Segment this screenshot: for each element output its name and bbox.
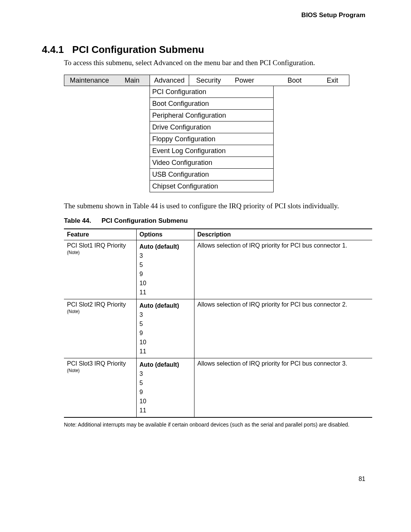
option-value: 9 bbox=[140, 329, 191, 338]
option-default: Auto (default) bbox=[140, 242, 191, 251]
submenu-item: Video Configuration bbox=[150, 157, 274, 169]
menu-security: Security bbox=[189, 75, 228, 86]
option-value: 5 bbox=[140, 260, 191, 270]
option-value: 3 bbox=[140, 251, 191, 260]
table-row: PCI Slot3 IRQ Priority (Note) Auto (defa… bbox=[64, 358, 372, 418]
feature-name: PCI Slot1 IRQ Priority bbox=[67, 242, 126, 249]
menu-advanced: Advanced bbox=[150, 75, 189, 86]
menu-main: Main bbox=[115, 75, 150, 86]
option-value: 10 bbox=[140, 279, 191, 288]
section-heading: 4.4.1 PCI Configuration Submenu bbox=[42, 44, 365, 56]
table-row: PCI Slot1 IRQ Priority (Note) Auto (defa… bbox=[64, 240, 372, 299]
menu-bar-table: Maintenance Main Advanced Security Power… bbox=[64, 75, 349, 192]
th-options: Options bbox=[136, 229, 194, 240]
after-menu-paragraph: The submenu shown in Table 44 is used to… bbox=[64, 202, 365, 210]
table-caption: Table 44. PCI Configuration Submenu bbox=[64, 217, 365, 225]
feature-name: PCI Slot3 IRQ Priority bbox=[67, 360, 126, 367]
submenu-item: Boot Configuration bbox=[150, 98, 274, 110]
option-value: 3 bbox=[140, 369, 191, 379]
option-default: Auto (default) bbox=[140, 360, 191, 369]
menu-maintenance: Maintenance bbox=[64, 75, 115, 86]
option-value: 9 bbox=[140, 270, 191, 279]
submenu-item: Drive Configuration bbox=[150, 121, 274, 133]
th-feature: Feature bbox=[64, 229, 136, 240]
submenu-item: PCI Configuration bbox=[150, 86, 274, 98]
submenu-item: Chipset Configuration bbox=[150, 181, 274, 192]
menu-boot: Boot bbox=[273, 75, 316, 86]
option-value: 11 bbox=[140, 288, 191, 297]
feature-note: (Note) bbox=[67, 368, 133, 373]
feature-description: Allows selection of IRQ priority for PCI… bbox=[194, 358, 372, 418]
option-value: 3 bbox=[140, 310, 191, 320]
running-header: BIOS Setup Program bbox=[46, 11, 365, 19]
section-title: PCI Configuration Submenu bbox=[72, 44, 204, 56]
option-value: 11 bbox=[140, 347, 191, 356]
option-default: Auto (default) bbox=[140, 301, 191, 310]
page-number: 81 bbox=[358, 476, 365, 482]
feature-note: (Note) bbox=[67, 250, 133, 255]
feature-note: (Note) bbox=[67, 309, 133, 314]
feature-description: Allows selection of IRQ priority for PCI… bbox=[194, 240, 372, 299]
submenu-item: USB Configuration bbox=[150, 169, 274, 181]
table-row: PCI Slot2 IRQ Priority (Note) Auto (defa… bbox=[64, 299, 372, 358]
spec-table: Feature Options Description PCI Slot1 IR… bbox=[64, 228, 372, 418]
intro-paragraph: To access this submenu, select Advanced … bbox=[64, 59, 365, 67]
option-value: 9 bbox=[140, 388, 191, 397]
menu-power: Power bbox=[228, 75, 273, 86]
option-value: 10 bbox=[140, 397, 191, 406]
feature-name: PCI Slot2 IRQ Priority bbox=[67, 301, 126, 308]
submenu-item: Floppy Configuration bbox=[150, 133, 274, 145]
menu-exit: Exit bbox=[316, 75, 349, 86]
feature-description: Allows selection of IRQ priority for PCI… bbox=[194, 299, 372, 358]
option-value: 10 bbox=[140, 338, 191, 347]
table-number: Table 44. bbox=[64, 217, 100, 225]
option-value: 5 bbox=[140, 379, 191, 388]
option-value: 11 bbox=[140, 406, 191, 415]
submenu-item: Event Log Configuration bbox=[150, 145, 274, 157]
th-description: Description bbox=[194, 229, 372, 240]
submenu-item: Peripheral Configuration bbox=[150, 110, 274, 121]
section-number: 4.4.1 bbox=[42, 44, 64, 56]
option-value: 5 bbox=[140, 320, 191, 329]
table-footnote: Note: Additional interrupts may be avail… bbox=[64, 422, 365, 428]
table-title: PCI Configuration Submenu bbox=[102, 217, 188, 224]
